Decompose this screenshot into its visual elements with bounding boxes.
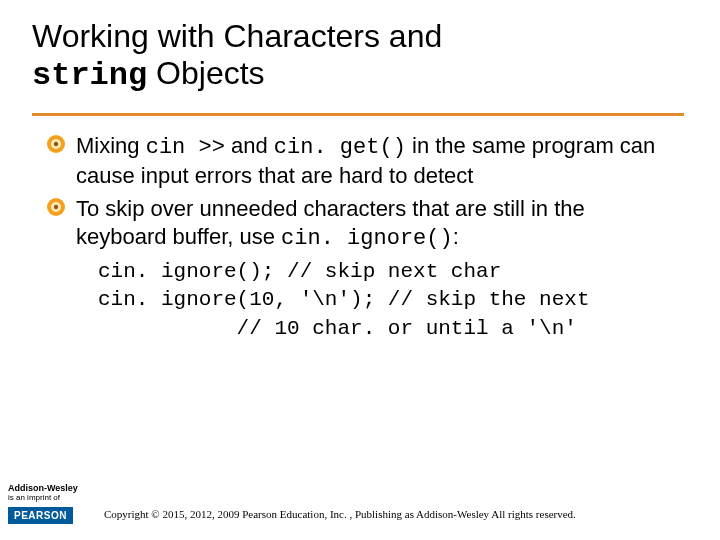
title-code-word: string xyxy=(32,57,147,94)
slide-title: Working with Characters and string Objec… xyxy=(32,18,672,95)
svg-point-2 xyxy=(54,142,58,146)
bullet-text: Mixing cin >> and cin. get() in the same… xyxy=(76,133,655,188)
body-content: Mixing cin >> and cin. get() in the same… xyxy=(46,132,676,343)
bullet-icon xyxy=(46,134,66,154)
publisher-logo: Addison-Wesley is an imprint of PEARSON xyxy=(8,483,94,524)
bullet-icon xyxy=(46,197,66,217)
title-line1: Working with Characters and xyxy=(32,18,442,54)
code-block: cin. ignore(); // skip next char cin. ig… xyxy=(98,258,676,343)
brand-pearson: PEARSON xyxy=(8,507,73,524)
copyright-text: Copyright © 2015, 2012, 2009 Pearson Edu… xyxy=(104,508,576,520)
svg-point-5 xyxy=(54,205,58,209)
brand-addison-wesley: Addison-Wesley xyxy=(8,483,94,493)
list-item: Mixing cin >> and cin. get() in the same… xyxy=(46,132,676,189)
imprint-text: is an imprint of xyxy=(8,494,94,503)
bullet-text: To skip over unneeded characters that ar… xyxy=(76,196,585,249)
list-item: To skip over unneeded characters that ar… xyxy=(46,195,676,252)
title-underline xyxy=(32,113,684,116)
slide: Working with Characters and string Objec… xyxy=(0,0,720,540)
title-line2-rest: Objects xyxy=(147,55,264,91)
